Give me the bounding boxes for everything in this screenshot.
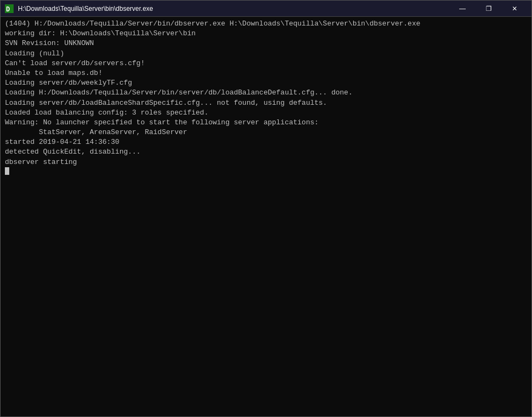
console-line: (1404) H:/Downloads/Tequilla/Server/bin/… [5, 19, 527, 29]
titlebar: D H:\Downloads\Tequilla\Server\bin\dbser… [1, 1, 531, 17]
console-line: SVN Revision: UNKNOWN [5, 39, 527, 48]
window-title: H:\Downloads\Tequilla\Server\bin\dbserve… [18, 5, 450, 12]
terminal-cursor [5, 167, 9, 175]
console-line: StatServer, ArenaServer, RaidServer [5, 128, 527, 137]
svg-text:D: D [6, 6, 10, 13]
console-line: detected QuickEdit, disabling... [5, 147, 527, 157]
console-line: Warning: No launcher specified to start … [5, 118, 527, 128]
console-line: started 2019-04-21 14:36:30 [5, 137, 527, 147]
cursor-line [5, 167, 527, 175]
console-line: Loading H:/Downloads/Tequilla/Server/bin… [5, 88, 527, 98]
console-line: Unable to load maps.db! [5, 68, 527, 78]
console-line: Loading server/db/weeklyTF.cfg [5, 78, 527, 88]
console-line: dbserver starting [5, 157, 527, 167]
restore-button[interactable]: ❐ [476, 1, 501, 17]
console-line: Loaded load balancing config: 3 roles sp… [5, 108, 527, 118]
minimize-button[interactable]: — [450, 1, 475, 17]
app-icon: D [5, 4, 14, 13]
console-line: working dir: H:\Downloads\Tequilla\Serve… [5, 29, 527, 39]
window-controls: — ❐ ✕ [450, 1, 527, 17]
terminal-window: D H:\Downloads\Tequilla\Server\bin\dbser… [0, 0, 532, 417]
console-line: Can't load server/db/servers.cfg! [5, 59, 527, 68]
console-output: (1404) H:/Downloads/Tequilla/Server/bin/… [1, 17, 531, 416]
close-button[interactable]: ✕ [502, 1, 527, 17]
console-line: Loading server/db/loadBalanceShardSpecif… [5, 98, 527, 108]
console-line: Loading (null) [5, 49, 527, 59]
